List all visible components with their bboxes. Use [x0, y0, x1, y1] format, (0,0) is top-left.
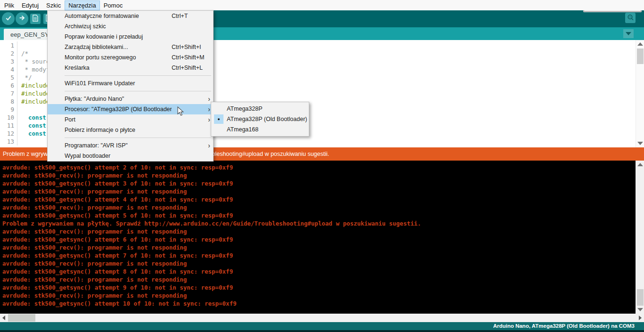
radio-empty: [214, 104, 223, 113]
mouse-cursor-icon: [177, 106, 184, 118]
menu-item-automatyczne-formatowanie[interactable]: Automatyczne formatowanieCtrl+T: [48, 11, 213, 21]
submenu-item-label: ATmega328P: [227, 105, 263, 112]
serial-monitor-button[interactable]: [625, 13, 636, 23]
scrollbar-thumb[interactable]: [637, 49, 644, 64]
scrollbar-thumb[interactable]: [8, 314, 35, 322]
output-console: avrdude: stk500_getsync() attempt 2 of 1…: [0, 161, 636, 314]
console-line: avrdude: stk500_getsync() attempt 4 of 1…: [2, 195, 636, 203]
menu-separator: [48, 73, 213, 78]
menu-bar: PlikEdytujSzkicNarzędziaPomoc: [0, 0, 644, 10]
radio-selected-icon: ●: [214, 114, 223, 124]
menu-item-label: Kreślarka: [65, 65, 172, 71]
scroll-down-icon[interactable]: [637, 308, 643, 311]
console-line: avrdude: stk500_recv(): programmer is no…: [2, 203, 636, 211]
submenu-arrow-icon: ›: [206, 94, 210, 104]
radio-empty: [214, 125, 223, 134]
window-bottom-edge: [0, 330, 644, 332]
menu-item-pobierz-informacje-o-płytce[interactable]: Pobierz informacje o płytce: [48, 125, 213, 135]
scroll-down-icon[interactable]: [637, 142, 643, 145]
submenu-arrow-icon: ›: [206, 104, 210, 114]
menu-item-label: Popraw kodowanie i przeładuj: [65, 33, 172, 40]
menu-item-zarządzaj-bibliotekami[interactable]: Zarządzaj bibliotekami...Ctrl+Shift+I: [48, 42, 213, 52]
line-number: 10: [0, 113, 17, 121]
console-line: avrdude: stk500_recv(): programmer is no…: [2, 259, 636, 267]
scroll-up-icon[interactable]: [637, 163, 643, 166]
console-line: avrdude: stk500_recv(): programmer is no…: [2, 292, 636, 300]
menubar-item-plik[interactable]: Plik: [1, 1, 17, 10]
menu-item-label: Automatyczne formatowanie: [65, 13, 172, 19]
menu-item-port[interactable]: Port›: [48, 114, 213, 125]
code-text: [17, 138, 21, 146]
menu-item-wypal-bootloader[interactable]: Wypal bootloader: [48, 151, 213, 161]
upload-button[interactable]: [16, 12, 28, 25]
line-number: 11: [0, 121, 17, 130]
menu-item-label: Port: [65, 116, 172, 123]
arrow-right-icon: [18, 14, 26, 24]
menu-item-wifi101-firmware-updater[interactable]: WiFi101 Firmware Updater: [48, 78, 213, 89]
scroll-left-icon[interactable]: [2, 316, 5, 320]
chevron-down-icon: [626, 32, 631, 35]
menu-item-label: Procesor: "ATmega328P (Old Bootloader)": [65, 106, 172, 113]
menubar-item-edytuj[interactable]: Edytuj: [18, 1, 42, 10]
submenu-item-atmega328p-old-bootloader[interactable]: ●ATmega328P (Old Bootloader): [211, 114, 309, 124]
menu-separator: [48, 89, 213, 94]
check-icon: [5, 14, 12, 24]
console-line: avrdude: stk500_getsync() attempt 2 of 1…: [2, 163, 636, 171]
menu-item-kreślarka[interactable]: KreślarkaCtrl+Shift+L: [48, 63, 213, 73]
menu-item-label: Archiwizuj szkic: [65, 23, 172, 30]
code-text: [17, 105, 21, 113]
console-line: Problem z wgrywaniem na płytkę. Sprawdź …: [2, 219, 636, 227]
tab-list-button[interactable]: [623, 29, 634, 38]
line-number: 2: [0, 49, 17, 57]
scrollbar-thumb[interactable]: [637, 289, 644, 306]
menu-item-label: Monitor portu szeregowego: [65, 54, 172, 61]
line-number: 4: [0, 65, 17, 73]
line-number: 7: [0, 89, 17, 97]
console-line: avrdude: stk500_recv(): programmer is no…: [2, 171, 636, 179]
menu-item-label: Wypal bootloader: [65, 153, 172, 159]
menubar-item-szkic[interactable]: Szkic: [43, 1, 64, 10]
scroll-up-icon[interactable]: [637, 42, 643, 46]
console-vertical-scrollbar[interactable]: [636, 161, 644, 314]
menu-item-programator-avr-isp[interactable]: Programator: "AVR ISP"›: [48, 140, 213, 151]
board-status-bar: Arduino Nano, ATmega328P (Old Bootloader…: [0, 322, 644, 330]
submenu-arrow-icon: ›: [206, 114, 210, 125]
menu-item-shortcut: Ctrl+T: [172, 13, 206, 19]
document-icon: [32, 15, 39, 24]
menu-item-monitor-portu-szeregowego[interactable]: Monitor portu szeregowegoCtrl+Shift+M: [48, 52, 213, 63]
menu-item-archiwizuj-szkic[interactable]: Archiwizuj szkic: [48, 21, 213, 32]
console-line: avrdude: stk500_getsync() attempt 10 of …: [2, 300, 636, 308]
new-sketch-button[interactable]: [30, 14, 41, 24]
menubar-item-pomoc[interactable]: Pomoc: [100, 1, 126, 10]
code-text: [17, 41, 21, 49]
processor-submenu: ATmega328P●ATmega328P (Old Bootloader)AT…: [211, 102, 309, 137]
console-line: avrdude: stk500_recv(): programmer is no…: [2, 243, 636, 251]
menu-separator: [48, 135, 213, 140]
submenu-item-atmega168[interactable]: ATmega168: [211, 124, 309, 135]
menu-item-procesor-atmega328p-old-bootloader[interactable]: Procesor: "ATmega328P (Old Bootloader)"›: [48, 104, 213, 114]
line-number: 12: [0, 130, 17, 138]
menu-item-popraw-kodowanie-i-przeładuj[interactable]: Popraw kodowanie i przeładuj: [48, 32, 213, 42]
console-line: avrdude: stk500_getsync() attempt 6 of 1…: [2, 235, 636, 243]
editor-vertical-scrollbar[interactable]: [636, 40, 644, 147]
line-number: 3: [0, 57, 17, 65]
menu-item-shortcut: Ctrl+Shift+I: [172, 44, 206, 50]
menu-item-płytka-arduino-nano[interactable]: Płytka: "Arduino Nano"›: [48, 94, 213, 104]
scroll-right-icon[interactable]: [639, 316, 642, 320]
board-status-text: Arduino Nano, ATmega328P (Old Bootloader…: [493, 323, 635, 329]
line-number: 5: [0, 73, 17, 81]
magnifier-icon: [627, 14, 634, 23]
submenu-item-label: ATmega328P (Old Bootloader): [227, 116, 307, 122]
console-horizontal-scrollbar[interactable]: [0, 314, 644, 322]
menu-item-label: Zarządzaj bibliotekami...: [65, 44, 172, 50]
menu-item-shortcut: Ctrl+Shift+M: [172, 54, 206, 61]
menubar-item-narzędzia[interactable]: Narzędzia: [65, 1, 99, 10]
submenu-item-atmega328p[interactable]: ATmega328P: [211, 104, 309, 114]
console-line: avrdude: stk500_getsync() attempt 7 of 1…: [2, 251, 636, 259]
console-line: avrdude: stk500_recv(): programmer is no…: [2, 227, 636, 235]
line-number: 9: [0, 105, 17, 113]
console-line: avrdude: stk500_recv(): programmer is no…: [2, 187, 636, 195]
verify-button[interactable]: [2, 12, 15, 25]
menu-item-label: Programator: "AVR ISP": [65, 142, 172, 149]
console-line: avrdude: stk500_getsync() attempt 8 of 1…: [2, 267, 636, 275]
